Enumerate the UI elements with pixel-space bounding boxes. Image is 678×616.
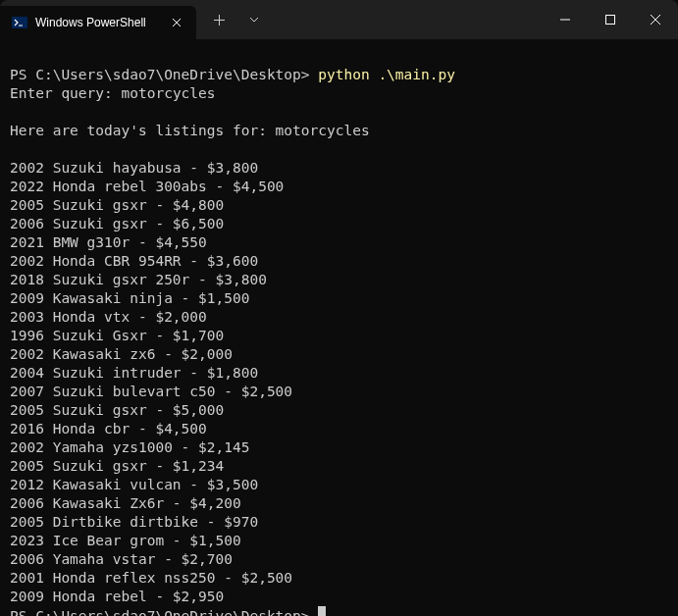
powershell-icon xyxy=(12,15,27,30)
chevron-down-icon xyxy=(249,17,259,23)
listing-item: 2005 Suzuki gsxr - $4,800 xyxy=(10,196,668,215)
listings: 2002 Suzuki hayabusa - $3,8002022 Honda … xyxy=(10,159,668,606)
listing-item: 2009 Kawasaki ninja - $1,500 xyxy=(10,289,668,308)
listing-item: 2006 Suzuki gsxr - $6,500 xyxy=(10,215,668,233)
blank-line xyxy=(10,140,668,159)
listing-item: 2005 Dirtbike dirtbike - $970 xyxy=(10,513,668,532)
listing-item: 2007 Suzuki bulevart c50 - $2,500 xyxy=(10,383,668,401)
maximize-button[interactable] xyxy=(588,0,633,39)
new-tab-button[interactable] xyxy=(204,5,234,34)
active-tab[interactable]: Windows PowerShell xyxy=(0,6,196,39)
listing-item: 2005 Suzuki gsxr - $5,000 xyxy=(10,401,668,420)
query-prompt: Enter query: xyxy=(10,85,122,101)
listing-item: 2004 Suzuki intruder - $1,800 xyxy=(10,364,668,383)
svg-rect-7 xyxy=(606,16,615,25)
tab-actions xyxy=(196,0,277,39)
listing-item: 2022 Honda rebel 300abs - $4,500 xyxy=(10,178,668,196)
blank-line xyxy=(10,103,668,122)
listing-item: 2021 BMW g310r - $4,550 xyxy=(10,233,668,252)
close-icon xyxy=(172,18,182,27)
query-line: Enter query: motorcycles xyxy=(10,84,668,103)
tab-close-button[interactable] xyxy=(169,15,184,30)
listing-item: 2006 Yamaha vstar - $2,700 xyxy=(10,550,668,569)
minimize-icon xyxy=(560,15,570,25)
command-text: python .\main.py xyxy=(318,67,455,82)
ps-prompt: PS C:\Users\sdao7\OneDrive\Desktop> xyxy=(10,67,318,82)
close-window-button[interactable] xyxy=(633,0,678,39)
listing-item: 2023 Ice Bear grom - $1,500 xyxy=(10,532,668,550)
listing-item: 2016 Honda cbr - $4,500 xyxy=(10,420,668,438)
svg-rect-0 xyxy=(12,17,27,28)
listing-item: 2018 Suzuki gsxr 250r - $3,800 xyxy=(10,271,668,289)
tab-dropdown-button[interactable] xyxy=(239,5,269,34)
listing-item: 2012 Kawasaki vulcan - $3,500 xyxy=(10,476,668,494)
prompt-line: PS C:\Users\sdao7\OneDrive\Desktop> pyth… xyxy=(10,66,668,84)
listing-item: 2001 Honda reflex nss250 - $2,500 xyxy=(10,569,668,588)
plus-icon xyxy=(214,15,225,26)
query-value: motorcycles xyxy=(122,85,216,101)
result-header: Here are today's listings for: motorcycl… xyxy=(10,122,668,140)
listing-item: 2002 Suzuki hayabusa - $3,800 xyxy=(10,159,668,178)
ps-prompt: PS C:\Users\sdao7\OneDrive\Desktop> xyxy=(10,608,318,616)
window-controls xyxy=(543,0,678,39)
terminal-output[interactable]: PS C:\Users\sdao7\OneDrive\Desktop> pyth… xyxy=(0,39,678,616)
cursor xyxy=(318,606,326,616)
titlebar-spacer[interactable] xyxy=(277,0,543,39)
minimize-button[interactable] xyxy=(543,0,588,39)
listing-item: 2009 Honda rebel - $2,950 xyxy=(10,588,668,606)
maximize-icon xyxy=(605,15,615,25)
close-icon xyxy=(651,15,660,25)
listing-item: 2005 Suzuki gsxr - $1,234 xyxy=(10,457,668,476)
tab-title: Windows PowerShell xyxy=(35,16,161,29)
listing-item: 1996 Suzuki Gsxr - $1,700 xyxy=(10,327,668,345)
listing-item: 2003 Honda vtx - $2,000 xyxy=(10,308,668,327)
prompt-line-2: PS C:\Users\sdao7\OneDrive\Desktop> xyxy=(10,606,668,616)
listing-item: 2002 Honda CBR 954RR - $3,600 xyxy=(10,252,668,271)
listing-item: 2006 Kawasaki Zx6r - $4,200 xyxy=(10,494,668,513)
listing-item: 2002 Kawasaki zx6 - $2,000 xyxy=(10,345,668,364)
titlebar: Windows PowerShell xyxy=(0,0,678,39)
listing-item: 2002 Yamaha yzs1000 - $2,145 xyxy=(10,438,668,457)
